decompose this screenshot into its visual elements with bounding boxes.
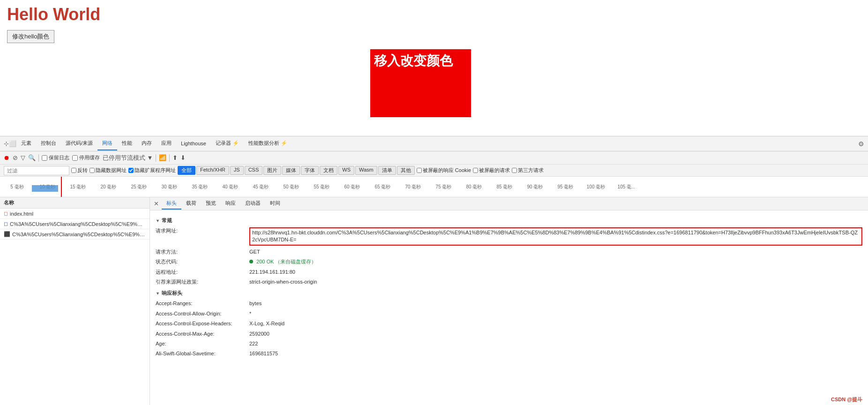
file-item-js-1[interactable]: ⬛ C%3A%5CUsers%5Clianxiang%5CDesktop%5C%… (0, 229, 150, 240)
access-control-allow-origin-key: Access-Control-Allow-Origin: (156, 310, 249, 317)
panel-close-icon[interactable]: ✕ (154, 200, 159, 207)
inspect-icon[interactable]: ⊹ (4, 140, 9, 147)
disable-cache-checkbox-label[interactable]: 停用缓存 (72, 154, 100, 161)
timeline-25ms: 25 毫秒 (124, 184, 154, 190)
filter-tag-font[interactable]: 字体 (301, 166, 319, 175)
status-code-key: 状态代码: (156, 258, 249, 265)
hide-data-url-checkbox[interactable] (90, 168, 95, 173)
devtools-panel: ⊹ ⬜ 元素 控制台 源代码/来源 网络 性能 内存 应用 Lighthouse… (0, 136, 868, 405)
accept-ranges-row: Accept-Ranges: bytes (156, 299, 862, 308)
timeline-bar (32, 185, 58, 192)
js-file-icon-1: ⬛ (4, 231, 10, 237)
wifi-icon[interactable]: 📶 (159, 154, 166, 161)
timeline-40ms: 40 毫秒 (215, 184, 246, 190)
filter-tag-manifest[interactable]: 清单 (378, 166, 396, 175)
age-key: Age: (156, 340, 249, 347)
tab-lighthouse[interactable]: Lighthouse (176, 138, 211, 150)
panel-tab-initiator[interactable]: 启动器 (240, 198, 265, 210)
invert-checkbox-label[interactable]: 反转 (71, 167, 88, 174)
tab-elements[interactable]: 元素 (16, 137, 36, 150)
headers-panel: ✕ 标头 载荷 预览 响应 启动器 时间 常规 请求网址: http://s28… (150, 197, 868, 405)
tab-perf-insights[interactable]: 性能数据分析 ⚡ (244, 137, 292, 150)
filter-icon[interactable]: ▽ (21, 154, 25, 161)
timeline-65ms: 65 毫秒 (367, 184, 398, 190)
record-icon[interactable]: ⏺ (4, 154, 10, 161)
blocked-request-checkbox-label[interactable]: 被屏蔽的请求 (473, 167, 510, 174)
filter-tag-wasm[interactable]: Wasm (355, 166, 377, 175)
response-headers-section-title: 响应标头 (156, 287, 862, 299)
throttle-dropdown[interactable]: 已停用节流模式 ▼ (103, 154, 153, 162)
export-icon[interactable]: ⬇ (180, 154, 186, 161)
panel-tab-response[interactable]: 响应 (221, 198, 240, 210)
request-method-key: 请求方法: (156, 248, 249, 255)
filter-tag-all[interactable]: 全部 (178, 166, 195, 175)
separator-2 (156, 154, 156, 162)
blocked-cookie-checkbox[interactable] (417, 168, 422, 173)
remote-address-value: 221.194.161.191:80 (249, 269, 862, 276)
timeline-20ms: 20 毫秒 (93, 184, 124, 190)
tab-console[interactable]: 控制台 (36, 137, 61, 150)
filter-tag-media[interactable]: 媒体 (282, 166, 300, 175)
disable-cache-checkbox[interactable] (72, 155, 78, 161)
status-code-row: 状态代码: 200 OK （来自磁盘缓存） (156, 257, 862, 267)
settings-icon[interactable]: ⚙ (858, 140, 864, 148)
referrer-policy-key: 引荐来源网址政策: (156, 278, 249, 285)
referrer-policy-value: strict-origin-when-cross-origin (249, 278, 862, 285)
panel-tab-headers[interactable]: 标头 (162, 198, 181, 210)
timeline-55ms: 55 毫秒 (307, 184, 337, 190)
filter-tag-img[interactable]: 图片 (263, 166, 281, 175)
filter-tag-doc[interactable]: 文档 (320, 166, 337, 175)
tab-performance[interactable]: 性能 (117, 137, 137, 150)
tab-sources[interactable]: 源代码/来源 (61, 137, 97, 150)
request-url-value[interactable]: http://s28hrwvq1.hn-bkt.clouddn.com/C%3A… (249, 227, 862, 246)
invert-checkbox[interactable] (71, 168, 76, 173)
file-item-index-html[interactable]: ◻ index.html (0, 209, 150, 219)
third-party-checkbox[interactable] (512, 168, 517, 173)
timeline-80ms: 80 毫秒 (459, 184, 489, 190)
timeline-15ms: 15 毫秒 (63, 184, 93, 190)
filter-tag-fetch[interactable]: Fetch/XHR (196, 166, 229, 175)
network-filter-bar: 反转 隐藏数据网址 隐藏扩展程序网址 全部 Fetch/XHR JS CSS 图… (0, 165, 868, 177)
filter-tag-css[interactable]: CSS (245, 166, 263, 175)
access-control-max-age-key: Access-Control-Max-Age: (156, 330, 249, 338)
timeline-100ms: 100 毫秒 (581, 184, 611, 190)
tab-memory[interactable]: 内存 (137, 137, 157, 150)
filter-tag-other[interactable]: 其他 (397, 166, 415, 175)
status-code-value: 200 OK （来自磁盘缓存） (249, 258, 862, 265)
timeline-45ms: 45 毫秒 (246, 184, 276, 190)
tab-application[interactable]: 应用 (157, 137, 176, 150)
clear-icon[interactable]: ⊘ (13, 154, 18, 161)
network-toolbar: ⏺ ⊘ ▽ 🔍 保留日志 停用缓存 已停用节流模式 ▼ 📶 ⬆ ⬇ (0, 151, 868, 165)
preserve-log-checkbox[interactable] (42, 155, 47, 161)
preserve-log-checkbox-label[interactable]: 保留日志 (42, 154, 69, 161)
panel-tab-payload[interactable]: 载荷 (181, 198, 201, 210)
modify-hello-color-button[interactable]: 修改hello颜色 (7, 30, 54, 43)
filter-tag-js[interactable]: JS (230, 166, 244, 175)
network-timeline: 5 毫秒 10 毫秒 15 毫秒 20 毫秒 25 毫秒 30 毫秒 35 毫秒… (0, 177, 868, 197)
panel-tab-bar: ✕ 标头 载荷 预览 响应 启动器 时间 (150, 197, 868, 210)
tab-recorder[interactable]: 记录器 ⚡ (211, 137, 244, 150)
general-section-title: 常规 (156, 214, 862, 226)
timeline-85ms: 85 毫秒 (489, 184, 520, 190)
file-item-css-1[interactable]: ◻ C%3A%5CUsers%5Clianxiang%5CDesktop%5C%… (0, 219, 150, 229)
filter-tag-ws[interactable]: WS (338, 166, 354, 175)
hide-extension-checkbox-label[interactable]: 隐藏扩展程序网址 (128, 167, 176, 174)
timeline-70ms: 70 毫秒 (398, 184, 428, 190)
panel-tab-preview[interactable]: 预览 (201, 198, 221, 210)
hover-color-box[interactable]: 移入改变颜色 (370, 49, 471, 117)
filter-input[interactable] (4, 166, 69, 175)
timeline-5ms: 5 毫秒 (2, 184, 32, 190)
device-icon[interactable]: ⬜ (9, 140, 16, 147)
ali-swift-savetime-value: 1696811575 (249, 350, 862, 357)
hide-extension-checkbox[interactable] (128, 168, 134, 173)
timeline-35ms: 35 毫秒 (185, 184, 215, 190)
blocked-request-checkbox[interactable] (473, 168, 478, 173)
third-party-checkbox-label[interactable]: 第三方请求 (512, 167, 544, 174)
hide-data-url-checkbox-label[interactable]: 隐藏数据网址 (90, 167, 127, 174)
panel-tab-timing[interactable]: 时间 (265, 198, 285, 210)
tab-network[interactable]: 网络 (97, 137, 117, 150)
blocked-cookie-checkbox-label[interactable]: 被屏蔽的响应 Cookie (417, 167, 471, 174)
timeline-redline (61, 177, 62, 197)
import-icon[interactable]: ⬆ (172, 154, 178, 161)
search-icon[interactable]: 🔍 (28, 154, 36, 161)
